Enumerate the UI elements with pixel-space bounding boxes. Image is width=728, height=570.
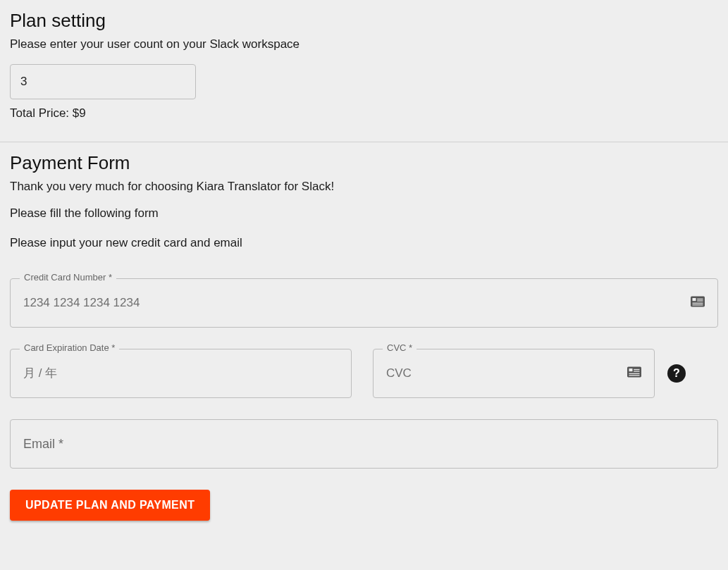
cvc-label: CVC * [383, 342, 417, 353]
svg-rect-10 [629, 373, 640, 374]
email-input[interactable] [23, 437, 705, 452]
update-plan-payment-button[interactable]: UPDATE PLAN AND PAYMENT [10, 490, 210, 521]
credit-card-field: Credit Card Number * [10, 278, 718, 328]
svg-rect-4 [693, 303, 703, 304]
payment-form-title: Payment Form [10, 152, 718, 174]
expiration-input[interactable] [23, 366, 338, 380]
total-price-text: Total Price: $9 [10, 106, 718, 120]
cvc-card-icon [627, 366, 641, 380]
plan-setting-title: Plan setting [10, 10, 718, 32]
svg-rect-1 [693, 298, 696, 301]
cvc-input[interactable] [386, 366, 622, 380]
expiration-label: Card Expiration Date * [20, 342, 119, 353]
svg-rect-9 [634, 371, 639, 371]
svg-rect-5 [693, 304, 703, 305]
payment-input-instruction: Please input your new credit card and em… [10, 236, 718, 250]
plan-setting-subtitle: Please enter your user count on your Sla… [10, 37, 718, 51]
credit-card-label: Credit Card Number * [20, 272, 116, 283]
svg-rect-3 [697, 300, 703, 301]
user-count-input[interactable] [10, 64, 196, 99]
credit-card-input[interactable] [23, 296, 685, 310]
expiration-field: Card Expiration Date * [10, 349, 352, 398]
svg-rect-7 [629, 368, 633, 371]
expiration-cvc-row: Card Expiration Date * CVC * [10, 349, 718, 398]
svg-rect-11 [629, 375, 640, 376]
email-field [10, 419, 718, 469]
plan-setting-section: Plan setting Please enter your user coun… [0, 0, 728, 142]
svg-rect-8 [634, 369, 639, 370]
payment-form-section: Payment Form Thank you very much for cho… [0, 142, 728, 531]
payment-thank-you: Thank you very much for choosing Kiara T… [10, 180, 718, 194]
payment-fill-instruction: Please fill the following form [10, 206, 718, 221]
cvc-help-icon[interactable]: ? [667, 364, 686, 383]
svg-rect-2 [697, 299, 703, 299]
credit-card-icon [691, 296, 705, 310]
cvc-field: CVC * [373, 349, 655, 398]
